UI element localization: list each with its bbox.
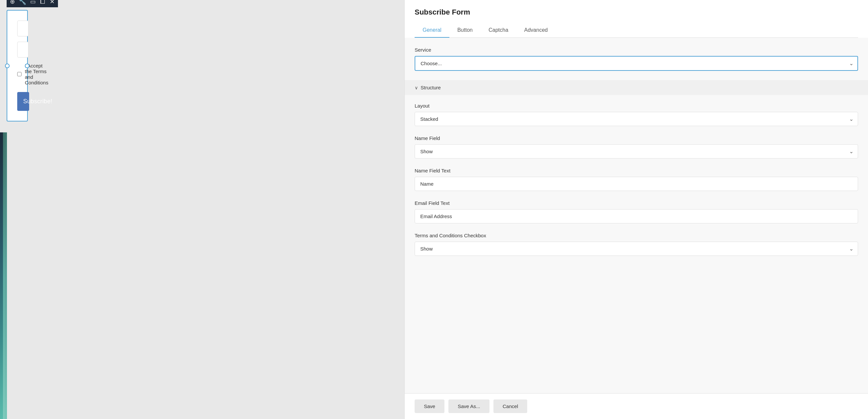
cancel-button[interactable]: Cancel	[493, 399, 528, 413]
layout-select-wrapper: Stacked	[415, 112, 858, 126]
panel-title: Subscribe Form	[415, 8, 858, 17]
subscribe-button[interactable]: Subscribe!	[17, 92, 29, 111]
structure-section-label: Structure	[421, 85, 441, 90]
canvas-area: ⊕ 🔧 ▭ ⧠ ✕ I Accept the Terms and Conditi…	[0, 0, 404, 419]
panel-footer: Save Save As... Cancel	[405, 393, 868, 419]
subscribe-form-widget: ⊕ 🔧 ▭ ⧠ ✕ I Accept the Terms and Conditi…	[7, 10, 28, 122]
service-label: Service	[415, 47, 858, 53]
service-field-group: Service Choose...	[415, 47, 858, 71]
cta-content: Call to action lorem ispum Quisque velit…	[0, 132, 7, 342]
save-button[interactable]: Save	[415, 399, 444, 413]
columns-icon[interactable]: ▭	[30, 0, 36, 5]
resize-handle-left[interactable]	[5, 64, 10, 68]
name-field-group: Name Field Show	[415, 135, 858, 159]
name-field-label: Name Field	[415, 135, 858, 141]
terms-checkbox-field-label: Terms and Conditions Checkbox	[415, 233, 858, 238]
panel-body: Service Choose... ∨ Structure Layout Sta…	[405, 38, 868, 393]
email-field-text-label: Email Field Text	[415, 200, 858, 206]
terms-checkbox-field-group: Terms and Conditions Checkbox Show	[415, 233, 858, 256]
name-field-text-input[interactable]	[415, 177, 858, 191]
cta-section: >| Call to action lorem ispum Quisque ve…	[0, 132, 7, 419]
right-panel: Subscribe Form General Button Captcha Ad…	[404, 0, 868, 419]
close-icon[interactable]: ✕	[50, 0, 55, 5]
structure-section-divider[interactable]: ∨ Structure	[405, 80, 868, 95]
tab-advanced[interactable]: Advanced	[516, 23, 556, 38]
panel-header: Subscribe Form General Button Captcha Ad…	[405, 0, 868, 38]
name-field-select[interactable]: Show	[415, 144, 858, 159]
name-field-text-label: Name Field Text	[415, 168, 858, 173]
tab-captcha[interactable]: Captcha	[480, 23, 516, 38]
widget-toolbar: ⊕ 🔧 ▭ ⧠ ✕	[7, 0, 58, 7]
tab-button[interactable]: Button	[450, 23, 480, 38]
wrench-icon[interactable]: 🔧	[19, 0, 26, 5]
service-select[interactable]: Choose...	[415, 56, 858, 71]
layout-field-group: Layout Stacked	[415, 103, 858, 126]
terms-checkbox-select-wrapper: Show	[415, 241, 858, 256]
name-field-select-wrapper: Show	[415, 144, 858, 159]
email-field-text-input[interactable]	[415, 209, 858, 223]
terms-checkbox[interactable]	[17, 71, 22, 77]
panel-tabs: General Button Captcha Advanced	[415, 23, 858, 38]
layout-label: Layout	[415, 103, 858, 108]
save-as-button[interactable]: Save As...	[448, 399, 490, 413]
email-field-text-group: Email Field Text	[415, 200, 858, 223]
terms-checkbox-select[interactable]: Show	[415, 241, 858, 256]
layout-select[interactable]: Stacked	[415, 112, 858, 126]
structure-chevron-icon: ∨	[415, 85, 418, 90]
tab-general[interactable]: General	[415, 23, 450, 38]
email-input[interactable]	[17, 42, 29, 58]
split-icon[interactable]: ⧠	[40, 0, 46, 5]
resize-handle-right[interactable]	[25, 64, 29, 68]
name-input[interactable]	[17, 21, 29, 36]
move-icon[interactable]: ⊕	[10, 0, 15, 5]
name-field-text-group: Name Field Text	[415, 168, 858, 191]
service-select-wrapper: Choose...	[415, 56, 858, 71]
